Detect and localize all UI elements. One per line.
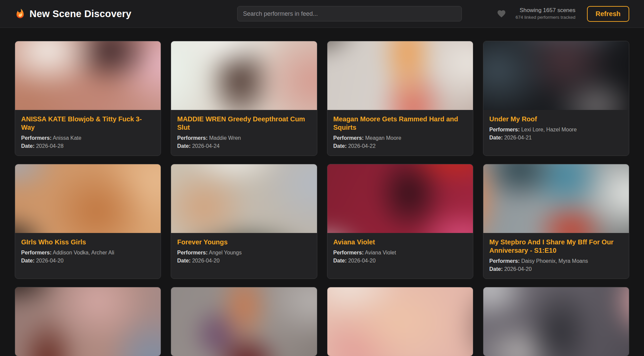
scene-date: Date: 2026-04-20 xyxy=(177,257,311,265)
scene-grid: ANISSA KATE Blowjob & Titty Fuck 3-Way P… xyxy=(0,28,644,356)
scene-card-partial[interactable] xyxy=(327,287,473,356)
scene-thumbnail xyxy=(483,41,629,110)
scene-performers: Performers: Maddie Wren xyxy=(177,134,311,142)
search-input[interactable] xyxy=(237,6,462,21)
scene-thumbnail xyxy=(171,164,317,233)
fire-icon xyxy=(15,8,25,19)
scene-title: Forever Youngs xyxy=(177,238,311,246)
scene-thumbnail xyxy=(15,287,161,356)
scene-card[interactable]: Under My Roof Performers: Lexi Lore, Haz… xyxy=(483,41,629,156)
scene-title: Aviana Violet xyxy=(333,238,467,246)
scene-card[interactable]: Forever Youngs Performers: Angel Youngs … xyxy=(171,164,317,279)
scene-title: Meagan Moore Gets Rammed Hard and Squirt… xyxy=(333,115,467,132)
page-title: New Scene Discovery xyxy=(30,8,131,19)
scene-title: MADDIE WREN Greedy Deepthroat Cum Slut xyxy=(177,115,311,132)
scene-card[interactable]: ANISSA KATE Blowjob & Titty Fuck 3-Way P… xyxy=(15,41,161,156)
heart-icon xyxy=(497,9,506,18)
favorites-toggle-button[interactable] xyxy=(497,9,506,18)
scene-count-text: Showing 1657 scenes xyxy=(516,7,576,14)
performers-tracked-text: 674 linked performers tracked xyxy=(516,14,576,20)
scene-thumbnail xyxy=(15,41,161,110)
scene-card-partial[interactable] xyxy=(171,287,317,356)
scene-title: My Stepbro And I Share My Bff For Our An… xyxy=(489,238,623,255)
scene-title: Under My Roof xyxy=(489,115,623,123)
scene-performers: Performers: Meagan Moore xyxy=(333,134,467,142)
scene-thumbnail xyxy=(483,164,629,233)
scene-performers: Performers: Lexi Lore, Hazel Moore xyxy=(489,126,623,134)
scene-card[interactable]: Meagan Moore Gets Rammed Hard and Squirt… xyxy=(327,41,473,156)
scene-thumbnail xyxy=(171,287,317,356)
scene-performers: Performers: Addison Vodka, Archer Ali xyxy=(21,249,155,257)
scene-performers: Performers: Aviana Violet xyxy=(333,249,467,257)
scene-title: GIrls Who Kiss Girls xyxy=(21,238,155,246)
scene-card-partial[interactable] xyxy=(15,287,161,356)
scene-thumbnail xyxy=(15,164,161,233)
app-brand: New Scene Discovery xyxy=(15,8,203,19)
scene-card[interactable]: GIrls Who Kiss Girls Performers: Addison… xyxy=(15,164,161,279)
scene-performers: Performers: Daisy Phoenix, Myra Moans xyxy=(489,257,623,265)
scene-date: Date: 2026-04-22 xyxy=(333,142,467,150)
feed-stats: Showing 1657 scenes 674 linked performer… xyxy=(516,7,576,20)
scene-card[interactable]: MADDIE WREN Greedy Deepthroat Cum Slut P… xyxy=(171,41,317,156)
scene-thumbnail xyxy=(171,41,317,110)
refresh-button[interactable]: Refresh xyxy=(587,6,629,22)
scene-thumbnail xyxy=(483,287,629,356)
scene-date: Date: 2026-04-20 xyxy=(21,257,155,265)
scene-card[interactable]: Aviana Violet Performers: Aviana Violet … xyxy=(327,164,473,279)
scene-thumbnail xyxy=(327,41,473,110)
scene-date: Date: 2026-04-20 xyxy=(489,265,623,273)
scene-date: Date: 2026-04-20 xyxy=(333,257,467,265)
scene-date: Date: 2026-04-24 xyxy=(177,142,311,150)
scene-card-partial[interactable] xyxy=(483,287,629,356)
scene-date: Date: 2026-04-28 xyxy=(21,142,155,150)
header-actions: Showing 1657 scenes 674 linked performer… xyxy=(497,6,629,22)
app-header: New Scene Discovery Showing 1657 scenes … xyxy=(0,0,644,28)
scene-title: ANISSA KATE Blowjob & Titty Fuck 3-Way xyxy=(21,115,155,132)
scene-card[interactable]: My Stepbro And I Share My Bff For Our An… xyxy=(483,164,629,279)
scene-thumbnail xyxy=(327,164,473,233)
search-container xyxy=(203,6,497,21)
scene-performers: Performers: Angel Youngs xyxy=(177,249,311,257)
scene-date: Date: 2026-04-21 xyxy=(489,134,623,142)
scene-performers: Performers: Anissa Kate xyxy=(21,134,155,142)
scene-thumbnail xyxy=(327,287,473,356)
